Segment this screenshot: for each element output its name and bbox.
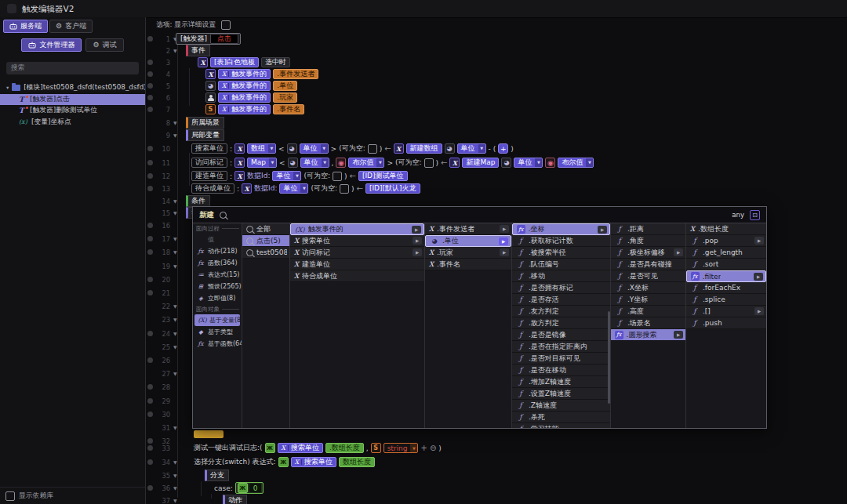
collapse-arrow[interactable]: ▼: [173, 198, 177, 204]
show-dependencies-checkbox[interactable]: [5, 491, 15, 501]
collapse-arrow[interactable]: ▼: [173, 344, 177, 350]
event-suffix-chip[interactable]: 选中时: [261, 57, 290, 67]
member-box[interactable]: .事件名: [273, 104, 304, 114]
add-param-button[interactable]: +: [420, 444, 427, 452]
collapse-arrow[interactable]: ▼: [173, 485, 177, 491]
popup-item[interactable]: ƒ.是否具有碰撞: [611, 259, 685, 270]
popup-item[interactable]: ƒ.pop▶: [686, 235, 766, 247]
dropdown-caret[interactable]: ▼: [321, 144, 328, 153]
nullable-checkbox[interactable]: [368, 144, 377, 154]
popup-item[interactable]: X.事件名: [425, 259, 511, 270]
popup-item[interactable]: X.数组长度: [686, 223, 766, 235]
expand-arrow-button[interactable]: ▶: [500, 225, 509, 233]
trigger-header[interactable]: [触发器]点击: [176, 33, 241, 45]
popup-item[interactable]: ƒ.X坐标: [611, 282, 685, 294]
search-input[interactable]: 搜索: [6, 62, 139, 74]
sidebar-category-item[interactable]: ⊞预设(2565): [193, 281, 242, 292]
expand-arrow-button[interactable]: ▶: [500, 248, 509, 256]
value-box[interactable]: Map▼: [247, 158, 277, 168]
value-box[interactable]: X搜索单位: [278, 443, 323, 453]
remove-param-button[interactable]: ⊖: [430, 444, 436, 452]
scrollbar-thumb[interactable]: [608, 311, 610, 404]
breakpoint-dot[interactable]: [147, 445, 153, 451]
breakpoint-dot[interactable]: [147, 60, 153, 65]
breakpoint-dot[interactable]: [147, 146, 153, 151]
breakpoint-dot[interactable]: [147, 223, 153, 228]
breakpoint-dot[interactable]: [147, 277, 153, 282]
block-header[interactable]: 局部变量: [186, 129, 224, 141]
string-value-box[interactable]: string▼: [384, 443, 419, 453]
breakpoint-dot[interactable]: [147, 485, 153, 491]
detail-settings-checkbox[interactable]: [221, 20, 231, 30]
value-box[interactable]: X触发事件的: [218, 92, 271, 103]
value-box[interactable]: X触发事件的: [218, 69, 271, 79]
value-box[interactable]: 单位▼: [457, 143, 486, 154]
dropdown-caret[interactable]: ▼: [478, 144, 485, 153]
popup-item[interactable]: ƒ.敌方判定: [512, 317, 610, 329]
member-box-green[interactable]: 数组长度: [339, 457, 375, 467]
dropdown-caret[interactable]: ▼: [410, 444, 417, 452]
popup-item[interactable]: ƒ.增加Z轴速度: [512, 376, 610, 388]
variable-name-box[interactable]: 访问标记: [191, 158, 227, 168]
value-box[interactable]: 单位▼: [300, 143, 329, 154]
breakpoint-dot[interactable]: [147, 249, 153, 255]
collapse-arrow[interactable]: ▼: [173, 425, 177, 430]
breakpoint-dot[interactable]: [147, 384, 153, 390]
popup-item[interactable]: ƒ.设置Z轴速度: [512, 388, 610, 400]
expand-caret[interactable]: ▾: [6, 85, 9, 91]
breakpoint-dot[interactable]: [147, 357, 153, 363]
expand-arrow-button[interactable]: ▶: [413, 237, 422, 245]
expand-arrow-button[interactable]: ▶: [598, 226, 607, 234]
popup-item[interactable]: ƒ.是否在移动: [512, 364, 610, 376]
popup-item[interactable]: ƒ.友方判定: [512, 306, 610, 317]
popup-item[interactable]: test0508_dsfd: [242, 247, 289, 259]
sidebar-category-item[interactable]: ƒx动作(218): [193, 245, 242, 257]
id-value-box[interactable]: [ID][默认]火龙: [365, 183, 420, 194]
popup-item[interactable]: X.玩家▶: [425, 247, 511, 259]
breakpoint-dot[interactable]: [147, 71, 153, 77]
collapse-arrow[interactable]: ▼: [173, 371, 177, 376]
popup-item[interactable]: ƒ.Z轴速度: [512, 400, 610, 412]
breakpoint-dot[interactable]: [147, 186, 153, 191]
breakpoint-dot[interactable]: [147, 331, 153, 336]
popup-item[interactable]: ƒ.是否在指定距离内: [512, 341, 610, 353]
breakpoint-dot[interactable]: [147, 398, 153, 404]
popup-item[interactable]: ƒ.获取标记计数: [512, 235, 610, 247]
value-box[interactable]: 单位▼: [300, 158, 329, 168]
tree-item-variable[interactable]: (x)[变量]坐标点: [0, 117, 145, 129]
case-value-box[interactable]: ж0: [235, 482, 264, 494]
popup-item[interactable]: X建造单位: [290, 259, 424, 270]
popup-item[interactable]: 点击(5): [242, 235, 289, 247]
block-header[interactable]: 动作: [223, 495, 247, 504]
value-box[interactable]: X触发事件的: [218, 104, 271, 114]
value-box[interactable]: 单位▼: [514, 158, 543, 168]
trigger-name-box[interactable]: 点击: [210, 34, 238, 44]
expand-arrow-button[interactable]: ▶: [754, 273, 763, 281]
nullable-checkbox[interactable]: [424, 158, 434, 168]
dropdown-caret[interactable]: ▼: [322, 158, 329, 167]
value-box[interactable]: 新建数组: [406, 143, 442, 154]
value-box[interactable]: 新建Map: [462, 158, 499, 168]
popup-item[interactable]: ƒx.圆形搜索▶: [611, 329, 685, 341]
expand-arrow-button[interactable]: ▶: [674, 331, 683, 339]
breakpoint-dot[interactable]: [147, 95, 153, 100]
type-filter-button[interactable]: ⊡: [750, 210, 760, 220]
popup-item[interactable]: ƒ.队伍编号: [512, 259, 610, 270]
add-button[interactable]: +: [498, 143, 508, 154]
sidebar-category-item[interactable]: ƒx函数(364): [193, 257, 242, 269]
expand-arrow-button[interactable]: ▶: [674, 248, 683, 256]
popup-item[interactable]: ƒ.场景名: [611, 317, 685, 329]
value-box[interactable]: 布尔值▼: [348, 158, 384, 168]
collapse-arrow[interactable]: ▼: [173, 459, 177, 465]
value-box[interactable]: X触发事件的: [218, 81, 271, 91]
expand-arrow-button[interactable]: ▶: [413, 248, 422, 256]
popup-item[interactable]: ƒ.极坐标偏移▶: [611, 247, 685, 259]
dropdown-caret[interactable]: ▼: [269, 158, 276, 167]
expand-arrow-button[interactable]: ▶: [412, 226, 421, 234]
nullable-checkbox[interactable]: [333, 172, 342, 181]
popup-item[interactable]: ƒ.是否可见: [611, 270, 685, 282]
collapse-arrow[interactable]: ▼: [173, 263, 177, 269]
breakpoint-dot[interactable]: [147, 36, 153, 42]
id-value-box[interactable]: [ID]测试单位: [358, 171, 408, 181]
dropdown-caret[interactable]: ▼: [293, 172, 300, 180]
